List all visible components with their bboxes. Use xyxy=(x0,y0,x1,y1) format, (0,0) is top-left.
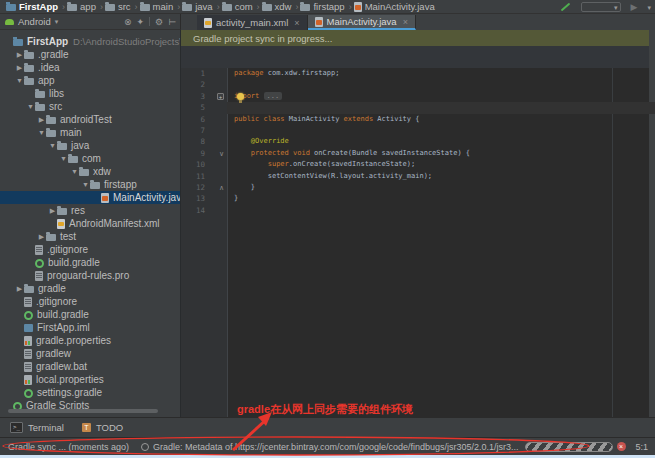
chevron-down-icon[interactable]: ▾ xyxy=(55,18,59,25)
tree-collapsed-arrow[interactable]: ▶ xyxy=(15,285,24,293)
tree-item-test[interactable]: ▶test xyxy=(0,230,180,243)
tree-item-build-gradle[interactable]: build.gradle xyxy=(0,308,180,321)
properties-file-icon xyxy=(24,375,32,385)
tree-item-gradle[interactable]: ▶gradle xyxy=(0,282,180,295)
terminal-icon: >_ xyxy=(10,422,23,433)
collapse-all-icon[interactable]: ⊗ xyxy=(124,17,132,27)
tree-expanded-arrow[interactable]: ▼ xyxy=(81,181,90,188)
tree-collapsed-arrow[interactable]: ▶ xyxy=(48,207,57,215)
horizontal-scrollbar[interactable] xyxy=(8,409,158,413)
project-view-selector[interactable]: Android xyxy=(18,16,51,27)
cancel-sync-icon[interactable]: × xyxy=(617,442,626,451)
tree-expanded-arrow[interactable]: ▼ xyxy=(37,129,46,136)
code-line-6[interactable]: 6public class MainActivity extends Activ… xyxy=(181,114,655,125)
tree-item-gradlew[interactable]: gradlew xyxy=(0,347,180,360)
breadcrumb-item-java[interactable]: java xyxy=(182,1,212,12)
tree-item--gitignore[interactable]: .gitignore xyxy=(0,295,180,308)
tree-item-label: .gradle xyxy=(38,49,69,60)
code-line-12[interactable]: 12∧ } xyxy=(181,182,655,193)
tree-item--gitignore[interactable]: .gitignore xyxy=(0,243,180,256)
tree-collapsed-arrow[interactable]: ▶ xyxy=(15,51,24,59)
code-line-8[interactable]: 8 @Override xyxy=(181,136,655,147)
run-button[interactable]: ▶ xyxy=(631,3,638,12)
breadcrumb-item-firstapp[interactable]: FirstApp xyxy=(6,1,58,12)
breadcrumb-separator: › xyxy=(100,2,103,12)
breadcrumb-item-app[interactable]: app xyxy=(67,1,96,12)
plus-icon: + xyxy=(217,93,224,100)
tab-mainactivity-java[interactable]: MainActivity.java× xyxy=(308,15,416,30)
tree-collapsed-arrow[interactable]: ▶ xyxy=(37,116,46,124)
toolwindow-terminal[interactable]: >_Terminal xyxy=(10,422,64,433)
token: .onCreate(savedInstanceState); xyxy=(289,160,415,168)
caret-position[interactable]: 5:1 xyxy=(636,442,649,452)
tree-item--gradle[interactable]: ▶.gradle xyxy=(0,48,180,61)
tree-item-main[interactable]: ▼main xyxy=(0,126,180,139)
tree-item-androidmanifest-xml[interactable]: AndroidManifest.xml xyxy=(0,217,180,230)
fold-expand-icon[interactable]: + xyxy=(217,91,224,102)
tree-item-build-gradle[interactable]: build.gradle xyxy=(0,256,180,269)
code-line-2[interactable]: 2 xyxy=(181,79,655,90)
line-number: 8 xyxy=(200,136,205,147)
edit-config-icon[interactable] xyxy=(560,3,570,12)
breadcrumb-item-main[interactable]: main xyxy=(140,1,174,12)
tree-item-gradlew-bat[interactable]: gradlew.bat xyxy=(0,360,180,373)
code-line-9[interactable]: 9∨ protected void onCreate(Bundle savedI… xyxy=(181,148,655,159)
breadcrumb-item-firstapp[interactable]: firstapp xyxy=(300,1,344,12)
annotation-text: gradle在从网上同步需要的组件环境 xyxy=(237,402,413,417)
code-line-10[interactable]: 10 super.onCreate(savedInstanceState); xyxy=(181,159,655,170)
tree-collapsed-arrow[interactable]: ▶ xyxy=(37,233,46,241)
breadcrumb-item-xdw[interactable]: xdw xyxy=(262,1,292,12)
code-editor[interactable]: Gradle project sync in progress... 1pack… xyxy=(181,30,655,417)
tree-item-firstapp-iml[interactable]: FirstApp.iml xyxy=(0,321,180,334)
fold-marker-icon[interactable]: ∨ xyxy=(219,148,224,159)
tree-item-mainactivity-java[interactable]: MainActivity.java xyxy=(0,191,180,204)
code-line-13[interactable]: 13} xyxy=(181,193,655,204)
code-line-3[interactable]: 3+import ... xyxy=(181,91,655,102)
code-line-14[interactable]: 14 xyxy=(181,205,655,216)
close-icon[interactable]: × xyxy=(403,17,408,27)
tree-item-com[interactable]: ▼com xyxy=(0,152,180,165)
tree-item-res[interactable]: ▶res xyxy=(0,204,180,217)
code-line-5[interactable]: 5 xyxy=(181,102,655,113)
java-file-icon xyxy=(354,2,362,12)
tree-item--idea[interactable]: ▶.idea xyxy=(0,61,180,74)
tree-item-androidtest[interactable]: ▶androidTest xyxy=(0,113,180,126)
tree-expanded-arrow[interactable]: ▼ xyxy=(15,77,24,84)
tree-item-xdw[interactable]: ▼xdw xyxy=(0,165,180,178)
tree-item-label: com xyxy=(82,153,101,164)
code-line-7[interactable]: 7 xyxy=(181,125,655,136)
tree-item-app[interactable]: ▼app xyxy=(0,74,180,87)
tree-expanded-arrow[interactable]: ▼ xyxy=(59,155,68,162)
intention-lightbulb-icon[interactable] xyxy=(237,93,244,100)
settings-gear-icon[interactable]: ⚙ xyxy=(155,17,163,27)
folded-region: ... xyxy=(264,92,283,100)
tree-item-local-properties[interactable]: local.properties xyxy=(0,373,180,386)
tree-expanded-arrow[interactable]: ▼ xyxy=(70,168,79,175)
toolwindow-todo[interactable]: TTODO xyxy=(82,422,123,433)
fold-marker-icon[interactable]: ∧ xyxy=(219,182,224,193)
debug-button[interactable]: ▾ xyxy=(647,4,651,11)
tree-item-firstapp[interactable]: FirstAppD:\AndroidStudioProjects\FirstAp… xyxy=(0,35,180,48)
tree-item-firstapp[interactable]: ▼firstapp xyxy=(0,178,180,191)
tree-item-proguard-rules-pro[interactable]: proguard-rules.pro xyxy=(0,269,180,282)
tree-expanded-arrow[interactable]: ▼ xyxy=(26,103,35,110)
tab-activity-main-xml[interactable]: activity_main.xml× xyxy=(197,15,308,30)
tree-item-settings-gradle[interactable]: settings.gradle xyxy=(0,386,180,399)
tree-expanded-arrow[interactable]: ▼ xyxy=(48,142,57,149)
code-line-11[interactable]: 11 setContentView(R.layout.activity_main… xyxy=(181,171,655,182)
breadcrumb-item-src[interactable]: src xyxy=(105,1,131,12)
tree-item-libs[interactable]: libs xyxy=(0,87,180,100)
tree-item-gradle-properties[interactable]: gradle.properties xyxy=(0,334,180,347)
status-left-text[interactable]: Gradle sync ... (moments ago) xyxy=(8,442,129,452)
tree-item-java[interactable]: ▼java xyxy=(0,139,180,152)
locate-icon[interactable]: ✦ xyxy=(137,17,145,27)
breadcrumb-item-com[interactable]: com xyxy=(222,1,253,12)
breadcrumb-item-mainactivity-java[interactable]: MainActivity.java xyxy=(354,1,435,12)
run-config-dropdown[interactable]: ▾ xyxy=(581,2,621,12)
hide-panel-icon[interactable]: ⊢ xyxy=(168,17,176,27)
code-line-1[interactable]: 1package com.xdw.firstapp; xyxy=(181,68,655,79)
close-icon[interactable]: × xyxy=(294,18,299,28)
tree-item-src[interactable]: ▼src xyxy=(0,100,180,113)
folder-icon xyxy=(68,156,78,163)
tree-collapsed-arrow[interactable]: ▶ xyxy=(15,64,24,72)
